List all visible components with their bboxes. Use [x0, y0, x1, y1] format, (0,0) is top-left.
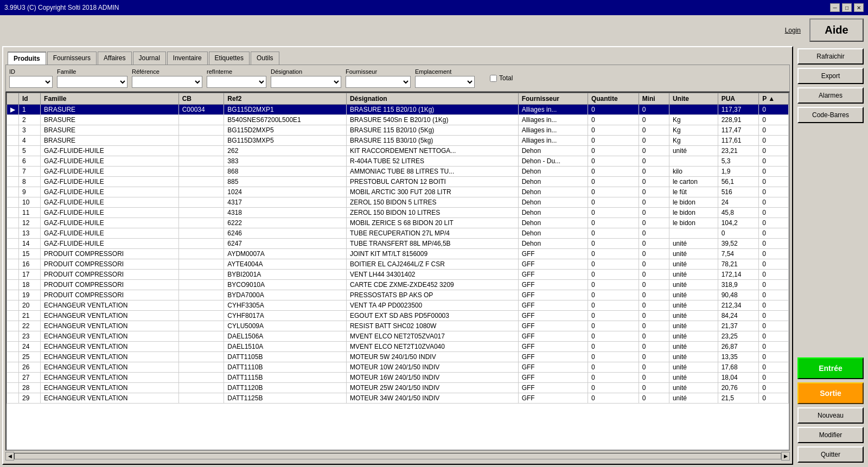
filter-designation-select[interactable] — [271, 76, 341, 88]
table-row[interactable]: 12GAZ-FLUIDE-HUILE6222MOBIL ZERICE S 68 … — [7, 218, 789, 228]
row-arrow-cell — [7, 259, 19, 270]
cell-mini: 0 — [639, 270, 669, 280]
alarmes-button[interactable]: Alarmes — [797, 87, 864, 104]
table-row[interactable]: 16PRODUIT COMPRESSORIAYTE4004ABOITIER EL… — [7, 259, 789, 270]
code-barres-button[interactable]: Code-Barres — [797, 107, 864, 123]
table-row[interactable]: 6GAZ-FLUIDE-HUILE383R-404A TUBE 52 LITRE… — [7, 156, 789, 167]
table-row[interactable]: 24ECHANGEUR VENTLATIONDAEL1510AMVENT ELC… — [7, 342, 789, 352]
table-row[interactable]: 17PRODUIT COMPRESSORIBYBI2001AVENT LH44 … — [7, 270, 789, 280]
cell-p: 0 — [759, 115, 789, 125]
cell-unite: unité — [669, 321, 718, 331]
col-quantite[interactable]: Quantite — [588, 93, 639, 105]
table-row[interactable]: 2BRASUREB540SNES67200L500E1BRASURE 540Sn… — [7, 115, 789, 125]
cell-id: 22 — [19, 321, 41, 331]
table-row[interactable]: 21ECHANGEUR VENTLATIONCYHF8017AEGOUT EXT… — [7, 311, 789, 321]
table-row[interactable]: 9GAZ-FLUIDE-HUILE1024MOBIL ARCTIC 300 FU… — [7, 187, 789, 197]
rafraichir-button[interactable]: Rafraichir — [797, 48, 864, 65]
cell-famille: PRODUIT COMPRESSORI — [41, 249, 179, 259]
quitter-button[interactable]: Quitter — [797, 446, 864, 463]
scroll-left-btn[interactable]: ◀ — [5, 452, 14, 460]
cell-designation: R-404A TUBE 52 LITRES — [346, 156, 518, 167]
cell-cb — [178, 115, 224, 125]
table-row[interactable]: 11GAZ-FLUIDE-HUILE4318ZEROL 150 BIDON 10… — [7, 208, 789, 218]
cell-mini: 0 — [639, 352, 669, 362]
table-row[interactable]: 27ECHANGEUR VENTLATIONDATT1115BMOTEUR 16… — [7, 373, 789, 383]
total-checkbox[interactable] — [490, 75, 497, 82]
cell-mini: 0 — [639, 177, 669, 187]
cell-ref2: DATT1110B — [224, 362, 347, 373]
col-designation[interactable]: Désignation — [346, 93, 518, 105]
table-row[interactable]: 29ECHANGEUR VENTLATIONDATT1125BMOTEUR 34… — [7, 393, 789, 404]
table-row[interactable]: 18PRODUIT COMPRESSORIBYCO9010ACARTE CDE … — [7, 280, 789, 290]
aide-button[interactable]: Aide — [809, 18, 864, 42]
col-mini[interactable]: Mini — [639, 93, 669, 105]
maximize-button[interactable]: □ — [842, 3, 852, 12]
cell-quantite: 0 — [588, 115, 639, 125]
table-row[interactable]: 13GAZ-FLUIDE-HUILE6246TUBE RECUPERATION … — [7, 228, 789, 239]
cell-designation: TUBE RECUPERATION 27L MP/4 — [346, 228, 518, 239]
cell-p: 0 — [759, 167, 789, 177]
scroll-right-btn[interactable]: ▶ — [781, 452, 790, 460]
table-row[interactable]: 10GAZ-FLUIDE-HUILE4317ZEROL 150 BIDON 5 … — [7, 197, 789, 208]
filter-famille-select[interactable] — [57, 76, 127, 88]
sortie-button[interactable]: Sortie — [797, 382, 864, 404]
entree-button[interactable]: Entrée — [797, 357, 864, 379]
table-row[interactable]: 23ECHANGEUR VENTLATIONDAEL1506AMVENT ELC… — [7, 331, 789, 342]
col-unite[interactable]: Unite — [669, 93, 718, 105]
cell-mini: 0 — [639, 249, 669, 259]
filter-refinterne-select[interactable] — [207, 76, 266, 88]
cell-designation: EGOUT EXT SD ABS PD5F00003 — [346, 311, 518, 321]
table-row[interactable]: 4BRASUREBG115D3MXP5BRASURE 115 B30/10 (5… — [7, 136, 789, 146]
table-row[interactable]: 5GAZ-FLUIDE-HUILE262KIT RACCORDEMENT NET… — [7, 146, 789, 156]
table-row[interactable]: 25ECHANGEUR VENTLATIONDATT1105BMOTEUR 5W… — [7, 352, 789, 362]
products-table-container: Id Famille CB Ref2 Désignation Fournisse… — [5, 92, 790, 451]
table-row[interactable]: 8GAZ-FLUIDE-HUILE885PRESTOBUL CARTON 12 … — [7, 177, 789, 187]
col-p[interactable]: P ▲ — [759, 93, 789, 105]
close-button[interactable]: ✕ — [854, 3, 864, 12]
filter-id-select[interactable] — [9, 76, 53, 88]
login-link[interactable]: Login — [785, 27, 801, 34]
cell-p: 0 — [759, 321, 789, 331]
tab-inventaire[interactable]: Inventaire — [167, 52, 208, 65]
filter-fournisseur-select[interactable] — [346, 76, 411, 88]
cell-quantite: 0 — [588, 362, 639, 373]
filter-famille-label: Famille — [57, 68, 127, 75]
tab-outils[interactable]: Outils — [251, 52, 279, 65]
horizontal-scrollbar[interactable] — [14, 453, 781, 459]
table-row[interactable]: 3BRASUREBG115D2MXP5BRASURE 115 B20/10 (5… — [7, 125, 789, 136]
modifier-button[interactable]: Modifier — [797, 427, 864, 443]
filter-emplacement-group: Emplacement — [415, 68, 475, 88]
col-pua[interactable]: PUA — [718, 93, 759, 105]
export-button[interactable]: Export — [797, 68, 864, 84]
col-cb[interactable]: CB — [178, 93, 224, 105]
table-row[interactable]: 15PRODUIT COMPRESSORIAYDM0007AJOINT KIT … — [7, 249, 789, 259]
table-row[interactable]: 20ECHANGEUR VENTLATIONCYHF3305AVENT TA 4… — [7, 300, 789, 311]
minimize-button[interactable]: ─ — [830, 3, 840, 12]
filter-emplacement-select[interactable] — [415, 76, 475, 88]
table-row[interactable]: ▶1BRASUREC00034BG115D2MXP1BRASURE 115 B2… — [7, 105, 789, 115]
filter-reference-select[interactable] — [132, 76, 202, 88]
table-row[interactable]: 14GAZ-FLUIDE-HUILE6247TUBE TRANSFERT 88L… — [7, 239, 789, 249]
tab-journal[interactable]: Journal — [133, 52, 166, 65]
col-id[interactable]: Id — [19, 93, 41, 105]
left-panel: Produits Fournisseurs Affaires Journal I… — [2, 46, 793, 465]
cell-mini: 0 — [639, 115, 669, 125]
tab-affaires[interactable]: Affaires — [98, 52, 131, 65]
nouveau-button[interactable]: Nouveau — [797, 407, 864, 424]
table-row[interactable]: 26ECHANGEUR VENTLATIONDATT1110BMOTEUR 10… — [7, 362, 789, 373]
tab-etiquettes[interactable]: Etiquettes — [209, 52, 250, 65]
tab-fournisseurs[interactable]: Fournisseurs — [47, 52, 97, 65]
table-row[interactable]: 19PRODUIT COMPRESSORIBYDA7000APRESSOSTAT… — [7, 290, 789, 300]
table-row[interactable]: 28ECHANGEUR VENTLATIONDATT1120BMOTEUR 25… — [7, 383, 789, 393]
cell-p: 0 — [759, 383, 789, 393]
cell-mini: 0 — [639, 228, 669, 239]
table-row[interactable]: 7GAZ-FLUIDE-HUILE868AMMONIAC TUBE 88 LIT… — [7, 167, 789, 177]
col-ref2[interactable]: Ref2 — [224, 93, 347, 105]
cell-unite: unité — [669, 300, 718, 311]
cell-designation: JOINT KIT MT/LT 8156009 — [346, 249, 518, 259]
table-row[interactable]: 22ECHANGEUR VENTLATIONCYLU5009ARESIST BA… — [7, 321, 789, 331]
tab-produits[interactable]: Produits — [8, 52, 46, 65]
col-famille[interactable]: Famille — [41, 93, 179, 105]
cell-famille: PRODUIT COMPRESSORI — [41, 290, 179, 300]
col-fournisseur[interactable]: Fournisseur — [518, 93, 588, 105]
